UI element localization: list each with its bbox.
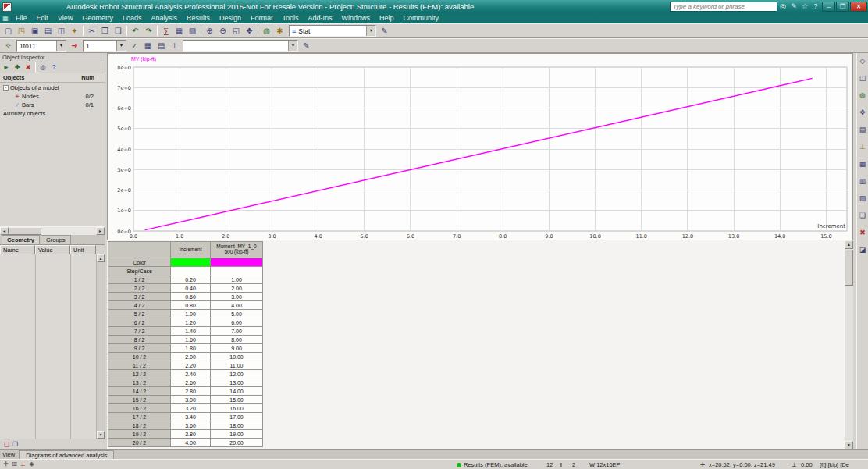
increment-cell[interactable]: 0.40 [171,284,211,293]
value-column-header[interactable]: Value [35,245,70,254]
tree-item-nodes[interactable]: ✳Nodes0/2 [0,92,105,101]
moment-cell[interactable]: 20.00 [211,439,263,447]
stepcase-increment-cell[interactable] [171,267,211,275]
local-axis-icon[interactable]: ⊥ [168,40,181,52]
moment-cell[interactable]: 2.00 [211,284,263,293]
moment-cell[interactable]: 6.00 [211,318,263,327]
screen-layout-icon[interactable]: ▧ [186,25,199,37]
increment-color-swatch[interactable] [171,258,211,267]
redo-icon[interactable]: ↷ [142,25,155,37]
results-table-icon[interactable]: ▥ [858,176,868,187]
step-cell[interactable]: 2 / 2 [108,284,171,293]
stepcase-moment-cell[interactable] [211,267,263,275]
new-project-icon[interactable]: ▢ [2,25,15,37]
copy-icon[interactable]: ❐ [98,25,112,37]
moment-cell[interactable]: 18.00 [211,421,263,430]
inspector-select-icon[interactable]: ► [1,62,12,73]
open-project-icon[interactable]: ◳ [15,25,28,37]
current-section-name[interactable]: W 12x16EP [589,460,621,469]
num-column-header[interactable]: Num [81,74,94,81]
step-cell[interactable]: 4 / 2 [108,301,171,310]
screen-capture-icon[interactable]: ✦ [68,25,81,37]
print-view-icon[interactable]: ❏ [858,211,868,221]
print-icon[interactable]: ▤ [41,25,55,37]
units-display[interactable]: [ft] [kip] [De [820,460,849,469]
step-cell[interactable]: 5 / 2 [108,310,171,318]
unit-column-header[interactable]: Unit [70,245,96,254]
keyword-search-input[interactable] [670,2,777,12]
menu-item-edit[interactable]: Edit [32,13,54,23]
increment-cell[interactable]: 2.40 [171,370,211,378]
step-cell[interactable]: 16 / 2 [108,404,171,413]
step-cell[interactable]: 11 / 2 [108,361,171,370]
increment-cell[interactable]: 1.00 [171,310,211,318]
moment-cell[interactable]: 16.00 [211,404,263,413]
display-style-combo[interactable]: ≡ Stat ▼ [289,25,376,37]
step-cell[interactable]: 9 / 2 [108,344,171,353]
moment-column-header[interactable]: Moment_MY_1_0500 (kip-ft) [211,242,263,258]
moment-cell[interactable]: 12.00 [211,370,263,378]
tab-diagrams-of-advanced-analysis[interactable]: Diagrams of advanced analysis [19,450,114,459]
selection-filter-icon[interactable]: ✧ [2,40,15,52]
step-cell[interactable]: 14 / 2 [108,387,171,396]
pane-vertical-scrollbar[interactable]: ▲ ▼ [845,240,853,449]
moment-cell[interactable]: 4.00 [211,301,263,310]
object-properties-icon[interactable]: ✱ [273,25,286,37]
increment-cell[interactable]: 2.80 [171,387,211,396]
step-cell[interactable]: 10 / 2 [108,353,171,361]
help-icon[interactable]: ? [810,1,821,12]
collapse-expander-icon[interactable]: - [3,85,9,91]
zoom-in-icon[interactable]: ⊕ [203,25,216,37]
step-cell[interactable]: 17 / 2 [108,413,171,421]
increment-cell[interactable]: 2.00 [171,353,211,361]
menu-item-community[interactable]: Community [399,13,444,23]
moment-cell[interactable]: 14.00 [211,387,263,396]
tree-item-bars[interactable]: ∕Bars0/1 [0,101,105,109]
increment-cell[interactable]: 1.40 [171,327,211,336]
increment-column-header[interactable]: Increment [171,242,211,258]
moment-cell[interactable]: 17.00 [211,413,263,421]
tree-item-auxiliary-objects[interactable]: Auxiliary objects [0,109,105,118]
bar-selection-combo[interactable]: 1to11 ▼ [16,40,66,52]
moment-cell[interactable]: 5.00 [211,310,263,318]
zoom-window-icon[interactable]: ◱ [229,25,243,37]
scroll-right-icon[interactable]: ► [96,227,105,235]
step-cell[interactable]: 19 / 2 [108,430,171,439]
maximize-button[interactable]: ❐ [836,2,849,12]
zoom-out-icon[interactable]: ⊖ [216,25,229,37]
menu-item-view[interactable]: View [53,13,77,23]
scroll-down-icon[interactable]: ▼ [97,431,105,439]
menu-item-loads[interactable]: Loads [118,13,147,23]
increment-cell[interactable]: 3.80 [171,430,211,439]
moment-cell[interactable]: 11.00 [211,361,263,370]
grid-vertical-scrollbar[interactable]: ▲ ▼ [96,254,105,439]
menu-item-file[interactable]: File [11,13,32,23]
increment-cell[interactable]: 4.00 [171,439,211,447]
step-cell[interactable]: 20 / 2 [108,439,171,447]
legend-icon[interactable]: ▧ [858,194,868,204]
chart-view-icon[interactable]: ◪ [858,245,868,255]
select-mode-icon[interactable]: ◈ [27,460,36,469]
moment-cell[interactable]: 13.00 [211,378,263,387]
increment-cell[interactable]: 2.60 [171,378,211,387]
tab-geometry[interactable]: Geometry [2,235,40,244]
grid-toggle-icon[interactable]: ⊞ [10,460,19,469]
layers-icon[interactable]: ▤ [858,125,868,135]
pen-icon[interactable]: ✎ [378,25,391,37]
display-attributes-icon[interactable]: ◍ [858,91,868,101]
menu-item-format[interactable]: Format [246,13,278,23]
increment-cell[interactable]: 0.80 [171,301,211,310]
inspector-delete-icon[interactable]: ✖ [23,62,34,73]
results-table[interactable]: IncrementMoment_MY_1_0500 (kip-ft)ColorS… [108,241,263,447]
menu-item-add-ins[interactable]: Add-Ins [304,13,337,23]
moment-cell[interactable]: 7.00 [211,327,263,336]
scroll-up-icon[interactable]: ▲ [845,240,853,249]
scroll-down-icon[interactable]: ▼ [845,441,853,449]
apply-selection-icon[interactable]: ➜ [68,40,81,52]
table-columns-icon[interactable]: ▦ [141,40,155,52]
table-rows-icon[interactable]: ▤ [155,40,168,52]
menu-item-help[interactable]: Help [375,13,399,23]
dropdown-arrow-icon[interactable]: ▼ [366,26,375,36]
display-attributes-icon[interactable]: ◍ [260,25,273,37]
moment-cell[interactable]: 19.00 [211,430,263,439]
